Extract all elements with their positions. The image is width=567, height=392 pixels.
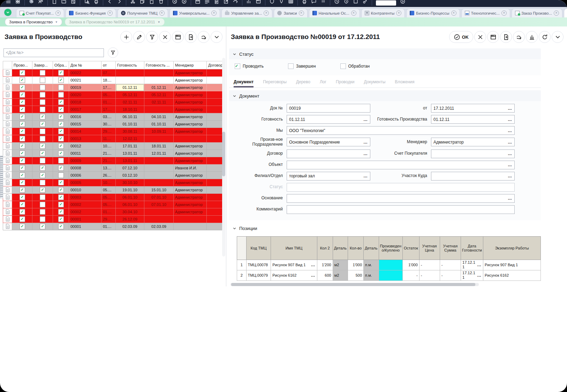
table-row[interactable]: 0002118....Администратор: [3, 77, 224, 84]
contract-cell[interactable]: [207, 135, 224, 143]
tab-4[interactable]: Универсальны...✕: [169, 8, 220, 17]
left-edge-scrollbar[interactable]: [0, 156, 3, 198]
checkbox-cell[interactable]: [12, 223, 32, 230]
readiness2-cell[interactable]: [144, 69, 174, 77]
table-row[interactable]: 0000813....07.12.10Иванов И.И.: [3, 164, 224, 172]
checkbox-cell[interactable]: [53, 150, 69, 157]
checkbox-checked[interactable]: [58, 187, 64, 193]
table-row[interactable]: 0000626....03.12.10Администратор: [3, 172, 224, 179]
refresh-button[interactable]: [539, 31, 551, 43]
qty2-cell[interactable]: 1'200: [317, 260, 333, 270]
ellipsis-button[interactable]: …: [506, 118, 512, 121]
plus-button[interactable]: [120, 31, 132, 43]
checkbox-cell[interactable]: [12, 194, 32, 201]
manager-cell[interactable]: Администратор: [174, 194, 207, 201]
tab-8[interactable]: Контрагенты✕: [361, 8, 405, 17]
checkbox-checked[interactable]: [58, 216, 64, 222]
checkbox-cell[interactable]: [32, 208, 53, 216]
manager-cell[interactable]: Администратор: [174, 69, 207, 77]
checkbox[interactable]: [58, 158, 64, 163]
produced-bought-cell[interactable]: [379, 260, 403, 270]
column-header[interactable]: Завер...: [32, 61, 53, 69]
readiness-cell[interactable]: 06.01.10: [116, 201, 144, 208]
date-from-cell[interactable]: 05....: [101, 186, 116, 194]
ellipsis-button[interactable]: …: [506, 163, 512, 167]
barchart-button[interactable]: [526, 31, 538, 43]
checkbox-cell[interactable]: [32, 157, 53, 164]
watch-icon[interactable]: [343, 0, 349, 4]
checkbox-checked[interactable]: [20, 107, 25, 112]
readiness-cell[interactable]: 17.01.11: [116, 143, 144, 150]
checkbox[interactable]: [40, 180, 45, 185]
doc-number-cell[interactable]: 00008: [69, 164, 101, 172]
produced-bought-cell[interactable]: [379, 270, 403, 280]
checkbox-checked[interactable]: [58, 165, 64, 171]
readiness2-cell[interactable]: 07.01.10: [144, 194, 174, 201]
checkbox-checked[interactable]: [20, 209, 25, 215]
tab-12[interactable]: Заявка в Прои...✕: [564, 8, 567, 17]
readiness2-cell[interactable]: [144, 135, 174, 143]
checkbox-checked[interactable]: [20, 143, 25, 149]
close-icon[interactable]: ✕: [351, 10, 356, 16]
search-doc-icon[interactable]: [84, 0, 90, 4]
tab-1[interactable]: Счет Покупат...✕: [16, 8, 64, 17]
manager-field[interactable]: Администратор…: [431, 138, 515, 146]
close-icon[interactable]: ✕: [299, 10, 304, 16]
production-readiness-field[interactable]: 01.12.11…: [431, 115, 515, 124]
readiness-field[interactable]: 01.12.11…: [287, 115, 370, 124]
production-unit-field[interactable]: Основное Подразделение…: [287, 138, 370, 146]
table-row[interactable]: 0000921....13.01.11Администратор: [3, 157, 224, 164]
checkbox-checked[interactable]: [58, 209, 64, 215]
contract-cell[interactable]: [207, 91, 224, 99]
doc-number-cell[interactable]: 00006: [69, 172, 101, 179]
checkbox-cell[interactable]: [12, 69, 32, 77]
ellipsis-button[interactable]: …: [506, 197, 512, 200]
checkbox-cell[interactable]: [53, 77, 69, 84]
checkbox-checked[interactable]: [20, 224, 25, 229]
positions-row[interactable]: 1ТМЦ.00078Рисунок 907 Вид 1…1'200м21'000…: [237, 260, 541, 270]
close-icon[interactable]: ✕: [554, 10, 559, 16]
doc-number-cell[interactable]: 00013: [69, 135, 101, 143]
positions-column-header[interactable]: Имя ТМЦ: [271, 236, 317, 260]
checkbox-cell[interactable]: [53, 84, 69, 91]
checkbox-checked[interactable]: [58, 202, 64, 207]
column-header[interactable]: [3, 61, 12, 69]
checkbox-checked[interactable]: [20, 85, 25, 90]
redo-icon[interactable]: [400, 0, 406, 4]
date-from-cell[interactable]: 29....: [101, 128, 116, 135]
doc-number-search-input[interactable]: [3, 48, 104, 57]
manager-cell[interactable]: Администратор: [174, 186, 207, 194]
doc-no-field[interactable]: 00019: [287, 104, 370, 113]
checkbox-cell[interactable]: [12, 179, 32, 186]
doc-number-cell[interactable]: 00014: [69, 128, 101, 135]
table-row[interactable]: 0001530....01.10.1101.10.11Администратор: [3, 121, 224, 128]
doc-number-cell[interactable]: 00019: [69, 84, 101, 91]
date-from-cell[interactable]: 07....: [101, 69, 116, 77]
close-icon[interactable]: ✕: [107, 10, 113, 16]
checkbox-checked[interactable]: [235, 63, 240, 69]
checkbox-cell[interactable]: [32, 91, 53, 99]
tab-Вложения[interactable]: Вложения: [395, 79, 414, 87]
tabs-menu-button[interactable]: [4, 9, 12, 16]
readiness-cell[interactable]: 12.02.11: [116, 135, 144, 143]
checkbox-checked[interactable]: [20, 187, 25, 193]
date-from-cell[interactable]: 01....: [101, 208, 116, 216]
manager-cell[interactable]: Администратор: [174, 99, 207, 106]
checkbox-checked[interactable]: [20, 114, 25, 120]
trash-icon[interactable]: [158, 0, 164, 4]
ellipsis-button[interactable]: …: [506, 107, 512, 110]
tab-9[interactable]: Бизнес-Процессы✕: [406, 8, 460, 17]
printer-icon[interactable]: [302, 0, 307, 4]
document-section-header[interactable]: Документ: [229, 90, 541, 101]
readiness2-cell[interactable]: 02.03.09: [144, 223, 174, 230]
readiness2-cell[interactable]: [144, 216, 174, 223]
column-header[interactable]: Прово...: [12, 61, 32, 69]
readiness-cell[interactable]: 19.01.10: [116, 186, 144, 194]
readiness2-cell[interactable]: 07.01.10: [144, 201, 174, 208]
checkbox[interactable]: [40, 194, 45, 200]
horizontal-scrollbar[interactable]: [230, 283, 479, 286]
checkbox-cell[interactable]: [12, 135, 32, 143]
tab-Документ[interactable]: Документ: [234, 79, 254, 87]
column-header[interactable]: Обра...: [53, 61, 69, 69]
positions-column-header[interactable]: Кол-во: [348, 236, 364, 260]
